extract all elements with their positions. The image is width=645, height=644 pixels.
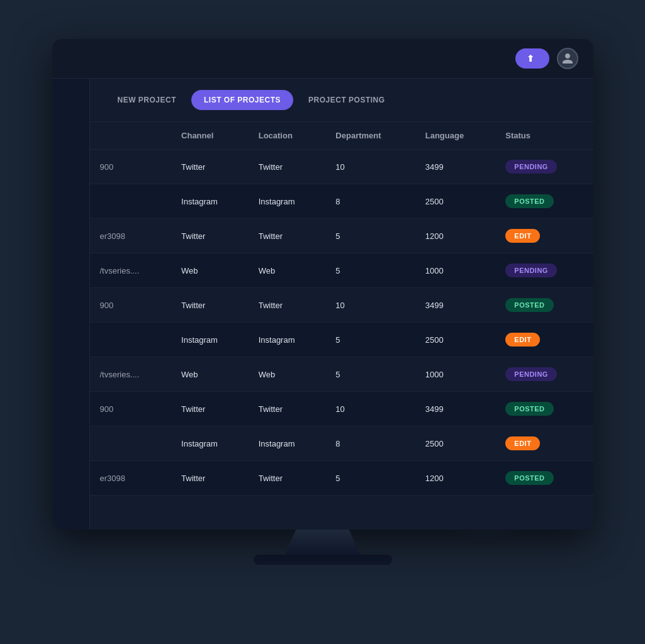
export-icon: ⬆: [527, 53, 534, 64]
cell-status: POSTED: [495, 184, 593, 219]
cell-status: POSTED: [495, 392, 593, 426]
cell-location: Twitter: [249, 219, 326, 253]
cell-language: 1000: [415, 357, 496, 392]
table-row: 900 Twitter Twitter 10 3499 PENDING: [90, 150, 593, 184]
status-badge: PENDING: [505, 160, 557, 174]
monitor-screen: ⬆ NEW PROJECT LIST OF PROJECTS PROJECT P…: [52, 39, 593, 530]
tab-new-project[interactable]: NEW PROJECT: [105, 90, 189, 110]
cell-department: 8: [325, 184, 415, 219]
table-row: 900 Twitter Twitter 10 3499 POSTED: [90, 392, 593, 426]
cell-channel: Twitter: [171, 461, 249, 496]
cell-id: er3098: [90, 461, 172, 496]
cell-location: Instagram: [249, 184, 326, 219]
cell-channel: Twitter: [171, 288, 249, 323]
col-header-location: Location: [249, 122, 326, 150]
cell-location: Instagram: [249, 426, 326, 461]
cell-language: 1200: [415, 461, 496, 496]
cell-location: Web: [249, 357, 326, 392]
cell-id: /tvseries....: [90, 357, 172, 392]
status-badge: EDIT: [505, 229, 540, 243]
cell-language: 2500: [415, 323, 496, 357]
cell-id: [90, 184, 172, 219]
col-header-status: Status: [495, 122, 593, 150]
cell-language: 3499: [415, 392, 496, 426]
cell-channel: Twitter: [171, 150, 249, 184]
cell-location: Twitter: [249, 392, 326, 426]
cell-department: 10: [325, 392, 415, 426]
cell-department: 5: [325, 323, 415, 357]
status-badge: POSTED: [505, 298, 553, 312]
cell-department: 10: [325, 288, 415, 323]
cell-channel: Instagram: [171, 184, 249, 219]
status-badge: EDIT: [505, 333, 540, 347]
cell-status: EDIT: [495, 323, 593, 357]
cell-department: 5: [325, 357, 415, 392]
cell-channel: Instagram: [171, 323, 249, 357]
status-badge: POSTED: [505, 402, 553, 416]
cell-channel: Twitter: [171, 219, 249, 253]
cell-department: 5: [325, 461, 415, 496]
main-content: NEW PROJECT LIST OF PROJECTS PROJECT POS…: [52, 79, 593, 530]
monitor-base: [254, 555, 392, 565]
cell-channel: Web: [171, 253, 249, 288]
status-badge: POSTED: [505, 471, 553, 485]
cell-location: Twitter: [249, 461, 326, 496]
cell-language: 2500: [415, 426, 496, 461]
export-button[interactable]: ⬆: [515, 48, 549, 69]
cell-id: 900: [90, 288, 172, 323]
table-row: er3098 Twitter Twitter 5 1200 POSTED: [90, 461, 593, 496]
table-row: Instagram Instagram 5 2500 EDIT: [90, 323, 593, 357]
table-row: Instagram Instagram 8 2500 EDIT: [90, 426, 593, 461]
table-row: /tvseries.... Web Web 5 1000 PENDING: [90, 357, 593, 392]
cell-id: /tvseries....: [90, 253, 172, 288]
cell-status: POSTED: [495, 461, 593, 496]
status-badge: PENDING: [505, 264, 557, 277]
cell-location: Twitter: [249, 150, 326, 184]
top-bar: ⬆: [52, 39, 593, 79]
cell-id: 900: [90, 392, 172, 426]
cell-channel: Web: [171, 357, 249, 392]
cell-department: 10: [325, 150, 415, 184]
cell-location: Instagram: [249, 323, 326, 357]
user-avatar[interactable]: [557, 48, 578, 69]
cell-channel: Instagram: [171, 426, 249, 461]
monitor-stand: [285, 530, 361, 555]
tab-project-posting[interactable]: PROJECT POSTING: [296, 90, 398, 110]
cell-status: EDIT: [495, 219, 593, 253]
cell-language: 1200: [415, 219, 496, 253]
cell-status: EDIT: [495, 426, 593, 461]
table-row: Instagram Instagram 8 2500 POSTED: [90, 184, 593, 219]
cell-department: 5: [325, 253, 415, 288]
cell-status: PENDING: [495, 253, 593, 288]
status-badge: EDIT: [505, 436, 540, 450]
table-row: er3098 Twitter Twitter 5 1200 EDIT: [90, 219, 593, 253]
tab-navigation: NEW PROJECT LIST OF PROJECTS PROJECT POS…: [90, 79, 593, 122]
cell-id: [90, 323, 172, 357]
cell-department: 8: [325, 426, 415, 461]
cell-channel: Twitter: [171, 392, 249, 426]
cell-status: PENDING: [495, 150, 593, 184]
sidebar: [52, 79, 90, 530]
table-row: /tvseries.... Web Web 5 1000 PENDING: [90, 253, 593, 288]
cell-status: PENDING: [495, 357, 593, 392]
cell-status: POSTED: [495, 288, 593, 323]
status-badge: PENDING: [505, 367, 557, 381]
status-badge: POSTED: [505, 194, 553, 208]
col-header-language: Language: [415, 122, 496, 150]
table-container: Channel Location Department Language Sta…: [90, 122, 593, 530]
projects-table: Channel Location Department Language Sta…: [90, 122, 593, 496]
cell-id: 900: [90, 150, 172, 184]
cell-language: 1000: [415, 253, 496, 288]
table-header-row: Channel Location Department Language Sta…: [90, 122, 593, 150]
table-body: 900 Twitter Twitter 10 3499 PENDING Inst…: [90, 150, 593, 496]
cell-id: [90, 426, 172, 461]
cell-department: 5: [325, 219, 415, 253]
col-header-id: [90, 122, 172, 150]
table-row: 900 Twitter Twitter 10 3499 POSTED: [90, 288, 593, 323]
cell-language: 2500: [415, 184, 496, 219]
cell-language: 3499: [415, 150, 496, 184]
tab-list-of-projects[interactable]: LIST OF PROJECTS: [191, 90, 293, 110]
cell-id: er3098: [90, 219, 172, 253]
col-header-channel: Channel: [171, 122, 249, 150]
cell-location: Twitter: [249, 288, 326, 323]
